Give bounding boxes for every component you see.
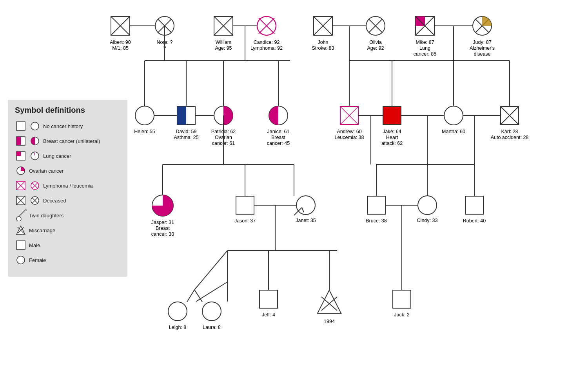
candice-detail: Lymphoma: 92: [250, 45, 283, 51]
william-detail: Age: 95: [215, 45, 232, 51]
andrew-detail: Leucemia: 38: [334, 135, 364, 140]
pedigree-diagram: Albert: 90 M/1; 85 Nora: ? ? William Age…: [0, 0, 588, 372]
janice-detail1: Breast: [271, 135, 286, 140]
jasper-detail1: Breast: [156, 226, 170, 231]
olivia-name: Olivia: [369, 40, 381, 45]
svg-line-103: [187, 290, 194, 302]
mike-name: Mike: 87: [416, 40, 434, 45]
bruce-symbol: [367, 196, 385, 214]
robert-name: Robert: 40: [463, 218, 486, 224]
laura-symbol: [202, 302, 221, 321]
olivia-detail: Age: 92: [367, 45, 384, 51]
judy-detail2: disease: [474, 51, 490, 57]
laura-name: Laura: 8: [203, 325, 221, 330]
jason-symbol: [236, 196, 254, 214]
jasper-name: Jasper: 31: [151, 220, 174, 225]
jasper-detail2: cancer: 30: [151, 231, 174, 237]
mike-lung: Lung: [419, 45, 430, 51]
andrew-name: Andrew: 60: [337, 129, 361, 134]
martha-symbol: [444, 106, 463, 125]
judy-name: Judy: 87: [473, 40, 491, 45]
cindy-name: Cindy: 33: [417, 218, 438, 223]
jake-detail2: attack: 62: [381, 141, 403, 146]
svg-line-98: [196, 282, 227, 302]
david-detail: Asthma: 25: [174, 135, 198, 140]
jeff-name: Jeff: 4: [262, 312, 275, 318]
david-name: David: 59: [176, 129, 197, 134]
svg-line-105: [194, 251, 227, 290]
jake-detail1: Heart: [386, 135, 398, 140]
albert-detail: M/1; 85: [112, 45, 129, 51]
leigh-name: Leigh: 8: [169, 325, 187, 330]
william-name: William: [216, 40, 231, 45]
jeff-symbol: [260, 290, 278, 308]
miscarriage-symbol: [318, 290, 341, 313]
janet-name: Janet: 35: [296, 218, 316, 223]
candice-name: Candice: 92: [254, 40, 280, 45]
jack-name: Jack: 2: [394, 312, 410, 318]
cindy-symbol: [418, 196, 437, 215]
robert-symbol: [465, 196, 483, 214]
miscarriage-year: 1994: [324, 319, 335, 324]
mike-cancer: cancer: 85: [414, 51, 436, 57]
albert-name: Albert: 90: [110, 40, 131, 45]
john-name: John: [318, 40, 328, 45]
janet-symbol: [296, 196, 315, 215]
martha-name: Martha: 60: [442, 129, 465, 134]
helen-symbol: [135, 106, 154, 125]
jake-name: Jake: 64: [383, 129, 401, 134]
svg-rect-62: [177, 107, 186, 125]
jack-symbol: [393, 290, 411, 308]
karl-name: Karl: 28: [501, 129, 518, 134]
janice-detail2: cancer: 45: [267, 141, 290, 146]
leigh-symbol: [168, 302, 187, 321]
bruce-name: Bruce: 38: [366, 218, 387, 224]
judy-detail1: Alzheimer's: [470, 45, 495, 51]
janice-name: Janice: 61: [267, 129, 290, 134]
helen-name: Helen: 55: [134, 129, 155, 134]
jake-symbol: [383, 107, 401, 125]
karl-detail: Auto accident: 28: [491, 135, 529, 140]
john-detail: Stroke: 83: [312, 45, 334, 51]
jason-name: Jason: 37: [234, 218, 256, 224]
